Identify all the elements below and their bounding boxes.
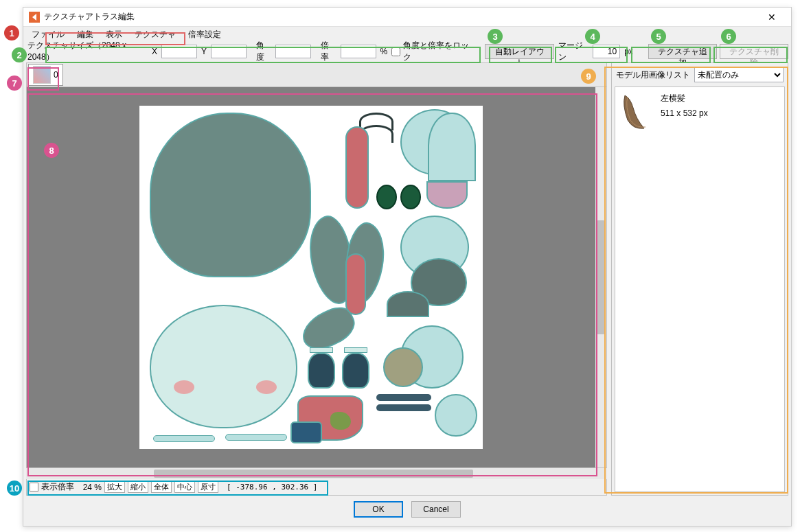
texture-atlas-window: テクスチャアトラス編集 ✕ ファイル 編集 表示 テクスチャ 倍率設定 テクスチ…	[23, 7, 792, 527]
item-thumb	[621, 93, 654, 131]
lock-label: 角度と倍率をロック	[403, 40, 471, 63]
titlebar: テクスチャアトラス編集 ✕	[23, 8, 791, 27]
texture-size-label: テクスチャサイズ（2048 x 2048）	[26, 40, 148, 63]
texture-canvas[interactable]	[139, 106, 483, 449]
item-dims: 511 x 532 px	[661, 108, 708, 118]
y-label: Y	[200, 47, 208, 56]
auto-layout-button[interactable]: 自動レイアウト	[485, 44, 553, 59]
zoom-out-button[interactable]: 縮小	[128, 481, 148, 493]
list-item[interactable]: 左横髪 511 x 532 px	[615, 87, 784, 137]
horizontal-scrollbar[interactable]	[26, 468, 607, 479]
hair-icon	[621, 93, 654, 131]
center-button[interactable]: 中心	[174, 481, 195, 493]
angle-input[interactable]	[275, 45, 311, 58]
callout-10: 10	[7, 481, 22, 496]
model-image-filter-select[interactable]: 未配置のみ	[694, 67, 784, 82]
callout-4: 4	[585, 29, 600, 44]
model-image-list[interactable]: 左横髪 511 x 532 px	[615, 86, 785, 492]
angle-label: 角度	[255, 40, 273, 63]
callout-5: 5	[651, 29, 666, 44]
left-column: 0	[26, 62, 607, 496]
status-checkbox[interactable]	[30, 483, 38, 491]
add-texture-button[interactable]: テクスチャ追加	[648, 44, 717, 59]
dialog-buttons: OK Cancel	[26, 496, 788, 523]
lock-checkbox[interactable]	[391, 47, 400, 56]
margin-unit: px	[623, 47, 635, 56]
tab-thumb-icon	[33, 66, 51, 84]
menu-scale[interactable]: 倍率設定	[183, 27, 227, 42]
callout-9: 9	[581, 69, 596, 84]
hscroll-thumb[interactable]	[154, 470, 473, 478]
canvas-area	[26, 87, 607, 468]
ok-button[interactable]: OK	[354, 501, 403, 518]
model-image-panel: モデル用画像リスト 未配置のみ 左横髪	[611, 62, 788, 496]
scale-label: 倍率	[319, 40, 337, 63]
texture-tab-0[interactable]: 0	[28, 64, 63, 86]
callout-8: 8	[44, 143, 59, 158]
callout-6: 6	[721, 29, 736, 44]
x-label: X	[150, 47, 159, 56]
lock-angle-scale-check[interactable]: 角度と倍率をロック	[391, 40, 471, 63]
item-name: 左横髪	[661, 93, 708, 104]
model-image-list-label: モデル用画像リスト	[616, 69, 690, 81]
fit-all-button[interactable]: 全体	[151, 481, 172, 493]
close-icon[interactable]: ✕	[758, 12, 786, 23]
vscroll-thumb[interactable]	[597, 220, 605, 334]
model-image-header: モデル用画像リスト 未配置のみ	[612, 63, 788, 86]
app-icon	[29, 12, 40, 23]
tab-index: 0	[54, 70, 58, 80]
delete-texture-button: テクスチャ削除	[720, 44, 788, 59]
zoom-value: 24 %	[77, 483, 102, 492]
callout-2: 2	[12, 47, 27, 62]
callout-1: 1	[4, 25, 19, 41]
margin-label: マージン	[557, 40, 591, 63]
y-input[interactable]	[211, 45, 247, 58]
margin-input[interactable]	[593, 45, 620, 58]
x-input[interactable]	[161, 45, 197, 58]
vertical-scrollbar[interactable]	[595, 87, 606, 467]
body: 0	[23, 61, 791, 526]
zoom-in-button[interactable]: 拡大	[104, 481, 125, 493]
cursor-coords: [ -378.96 , 302.36 ]	[227, 483, 317, 491]
cancel-button[interactable]: Cancel	[411, 501, 461, 518]
callout-7: 7	[7, 76, 22, 91]
scale-input[interactable]	[341, 45, 376, 58]
toolbar: テクスチャサイズ（2048 x 2048） X Y 角度 倍率 % 角度と倍率を…	[23, 42, 791, 61]
main-row: 0	[26, 62, 788, 496]
callout-3: 3	[488, 29, 503, 44]
scale-unit: %	[379, 47, 389, 56]
zoom-label: 表示倍率	[41, 481, 74, 493]
window-title: テクスチャアトラス編集	[44, 11, 758, 23]
statusbar: 表示倍率 24 % 拡大 縮小 全体 中心 原寸 [ -378.96 , 302…	[26, 479, 607, 496]
texture-tabstrip: 0	[26, 62, 607, 87]
canvas-viewport[interactable]	[27, 87, 595, 467]
actual-size-button[interactable]: 原寸	[198, 481, 218, 493]
